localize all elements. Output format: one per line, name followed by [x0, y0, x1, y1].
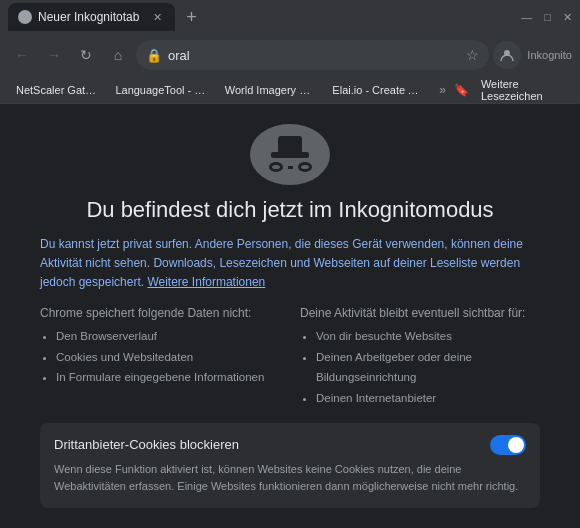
window-controls: — □ ✕ [521, 11, 572, 24]
glass-left [269, 162, 283, 172]
intro-text: Du kannst jetzt privat surfen. Andere Pe… [40, 235, 540, 293]
profile-avatar[interactable] [493, 41, 521, 69]
new-tab-button[interactable]: + [179, 5, 203, 29]
forward-button[interactable]: → [40, 41, 68, 69]
intro-highlight: Du kannst jetzt privat surfen. Andere Pe… [40, 237, 523, 289]
bookmark-netscaler[interactable]: NetScaler Gateway [8, 82, 105, 98]
col2-list: Von dir besuchte Websites Deinen Arbeitg… [300, 326, 540, 409]
further-info-link[interactable]: Weitere Informationen [147, 275, 265, 289]
cookie-description: Wenn diese Funktion aktiviert ist, könne… [54, 461, 526, 496]
profile-area: Inkognito [493, 41, 572, 69]
close-window-button[interactable]: ✕ [563, 11, 572, 24]
maximize-button[interactable]: □ [544, 11, 551, 23]
tab-favicon [18, 10, 32, 24]
col-still-visible: Deine Aktivität bleibt eventuell sichtba… [300, 306, 540, 409]
address-input[interactable] [168, 48, 460, 63]
cookie-title: Drittanbieter-Cookies blockieren [54, 437, 239, 452]
list-item: Deinen Internetanbieter [316, 388, 540, 409]
bookmark-right-section: 🔖 Weitere Lesezeichen [454, 76, 572, 104]
cookie-header: Drittanbieter-Cookies blockieren [54, 435, 526, 455]
col-not-saved: Chrome speichert folgende Daten nicht: D… [40, 306, 280, 409]
bookmark-elai[interactable]: Elai.io - Create AI vi... [324, 82, 431, 98]
weitere-lesezeichen[interactable]: Weitere Lesezeichen [473, 76, 572, 104]
navigation-bar: ← → ↻ ⌂ 🔒 ☆ Inkognito [0, 34, 580, 76]
tab-label: Neuer Inkognitotab [38, 10, 139, 24]
list-item: In Formulare eingegebene Informationen [56, 367, 280, 388]
hat-icon [271, 136, 309, 158]
glass-bridge [288, 166, 293, 169]
col1-title: Chrome speichert folgende Daten nicht: [40, 306, 280, 320]
bookmarks-bar: NetScaler Gateway LanguageTool - Gra... … [0, 76, 580, 104]
bookmark-languagetool[interactable]: LanguageTool - Gra... [107, 82, 214, 98]
incognito-title: Du befindest dich jetzt im Inkognitomodu… [86, 197, 493, 223]
title-bar: Neuer Inkognitotab ✕ + — □ ✕ [0, 0, 580, 34]
minimize-button[interactable]: — [521, 11, 532, 23]
address-bar[interactable]: 🔒 ☆ [136, 40, 489, 70]
col2-title: Deine Aktivität bleibt eventuell sichtba… [300, 306, 540, 320]
back-button[interactable]: ← [8, 41, 36, 69]
hat-brim [271, 152, 309, 158]
active-tab[interactable]: Neuer Inkognitotab ✕ [8, 3, 175, 31]
glass-right [298, 162, 312, 172]
bookmark-world-imagery[interactable]: World Imagery Way... [217, 82, 323, 98]
list-item: Deinen Arbeitgeber oder deine Bildungsei… [316, 347, 540, 388]
bookmark-more-button[interactable]: » [433, 81, 452, 99]
incognito-label: Inkognito [527, 49, 572, 61]
list-item: Den Browserverlauf [56, 326, 280, 347]
info-columns: Chrome speichert folgende Daten nicht: D… [40, 306, 540, 409]
list-item: Cookies und Websitedaten [56, 347, 280, 368]
cookie-section: Drittanbieter-Cookies blockieren Wenn di… [40, 423, 540, 508]
hat-top [278, 136, 302, 152]
toggle-knob [508, 437, 524, 453]
reload-button[interactable]: ↻ [72, 41, 100, 69]
col1-list: Den Browserverlauf Cookies und Websiteda… [40, 326, 280, 388]
security-icon: 🔒 [146, 48, 162, 63]
glasses-icon [269, 162, 312, 172]
tab-close-button[interactable]: ✕ [149, 9, 165, 25]
list-item: Von dir besuchte Websites [316, 326, 540, 347]
incognito-icon [250, 124, 330, 185]
main-content: Du befindest dich jetzt im Inkognitomodu… [0, 104, 580, 528]
cookie-toggle[interactable] [490, 435, 526, 455]
bookmark-star-icon[interactable]: ☆ [466, 47, 479, 63]
home-button[interactable]: ⌂ [104, 41, 132, 69]
